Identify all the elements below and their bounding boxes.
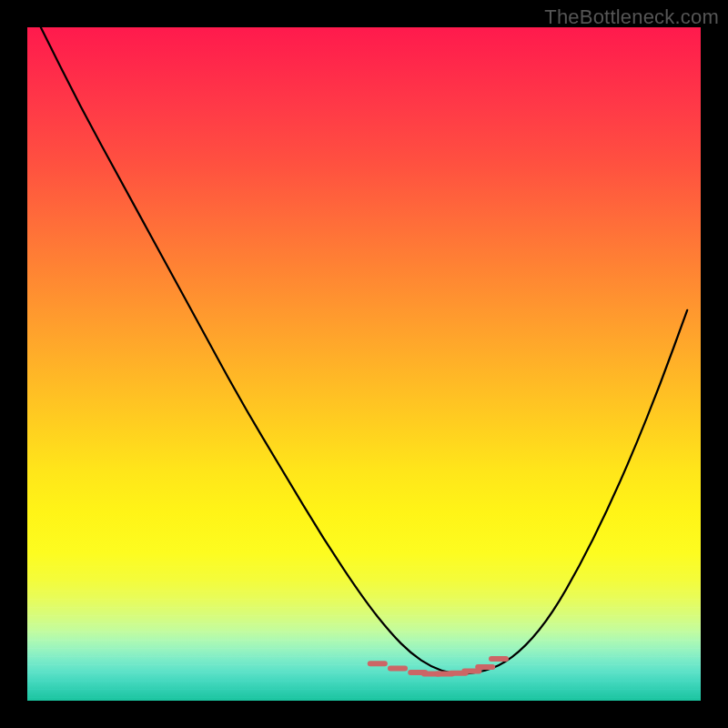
watermark-text: TheBottleneck.com xyxy=(544,5,719,29)
curve-layer xyxy=(27,27,701,701)
chart-frame: TheBottleneck.com xyxy=(0,0,728,728)
bottleneck-curve-path xyxy=(41,27,687,673)
gradient-bands xyxy=(27,566,701,701)
plot-area xyxy=(27,27,701,701)
minimum-marker-group xyxy=(370,659,506,673)
